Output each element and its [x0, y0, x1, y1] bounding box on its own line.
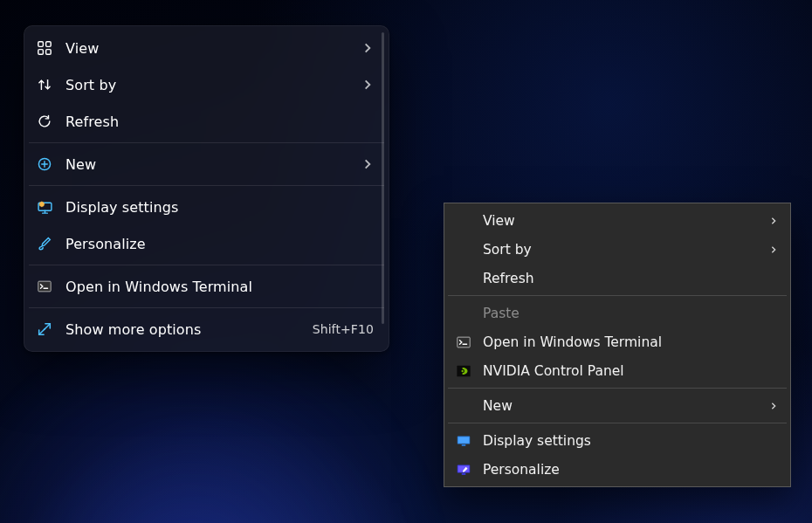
menu-item-label: NVIDIA Control Panel — [483, 363, 778, 379]
spacer-icon — [455, 397, 472, 415]
keyboard-shortcut: Shift+F10 — [313, 322, 374, 336]
menu-item-refresh[interactable]: Refresh — [24, 103, 389, 140]
menu-item-label: Sort by — [483, 242, 759, 258]
chevron-right-icon — [769, 217, 778, 225]
menu-item-label: Show more options — [65, 321, 300, 338]
terminal-icon — [36, 278, 53, 295]
separator — [29, 185, 384, 186]
chevron-right-icon — [361, 158, 374, 170]
svg-rect-1 — [46, 42, 52, 47]
separator — [29, 265, 384, 265]
menu-item-label: New — [483, 398, 759, 414]
spacer-icon — [455, 212, 472, 230]
svg-rect-8 — [458, 337, 470, 348]
menu-item-new[interactable]: New — [24, 146, 389, 182]
monitor-purple-icon — [455, 461, 472, 478]
separator — [448, 423, 787, 423]
chevron-right-icon — [361, 79, 374, 91]
refresh-icon — [36, 113, 53, 130]
menu-item-personalize[interactable]: Personalize — [446, 455, 788, 484]
menu-item-paste: Paste — [446, 299, 788, 327]
menu-item-show-more-options[interactable]: Show more options Shift+F10 — [24, 311, 389, 348]
context-menu-win10: View Sort by Refresh Paste Open in Windo… — [444, 203, 791, 487]
brush-icon — [36, 235, 53, 252]
menu-item-label: New — [65, 156, 349, 173]
menu-item-refresh[interactable]: Refresh — [446, 264, 788, 292]
menu-item-sort-by[interactable]: Sort by — [24, 66, 389, 103]
spacer-icon — [455, 270, 472, 287]
grid-icon — [36, 39, 53, 57]
menu-item-open-terminal[interactable]: Open in Windows Terminal — [446, 327, 788, 356]
svg-rect-0 — [38, 42, 44, 47]
chevron-right-icon — [361, 42, 374, 54]
add-circle-icon — [36, 155, 53, 173]
svg-rect-3 — [46, 50, 52, 55]
chevron-right-icon — [769, 402, 778, 410]
menu-item-nvidia-control-panel[interactable]: NVIDIA Control Panel — [446, 356, 788, 385]
separator — [29, 307, 384, 308]
menu-item-label: Display settings — [483, 433, 778, 449]
menu-item-open-terminal[interactable]: Open in Windows Terminal — [24, 268, 389, 305]
menu-item-display-settings[interactable]: Display settings — [24, 189, 389, 225]
sort-icon — [36, 76, 53, 93]
expand-icon — [36, 320, 53, 338]
svg-point-11 — [461, 369, 463, 371]
svg-rect-7 — [38, 281, 51, 292]
separator — [448, 388, 787, 389]
scrollbar[interactable] — [382, 32, 384, 324]
menu-item-label: Open in Windows Terminal — [65, 279, 374, 295]
menu-item-label: Paste — [483, 306, 778, 321]
menu-item-label: View — [483, 213, 759, 229]
svg-rect-14 — [462, 444, 466, 446]
menu-item-label: Display settings — [65, 199, 374, 216]
monitor-blue-icon — [455, 432, 472, 450]
svg-rect-13 — [458, 437, 470, 443]
menu-item-label: Refresh — [483, 271, 778, 286]
svg-rect-17 — [462, 473, 466, 475]
menu-item-label: Personalize — [483, 462, 778, 478]
menu-item-label: Open in Windows Terminal — [483, 334, 778, 350]
menu-item-personalize[interactable]: Personalize — [24, 225, 389, 262]
menu-item-sort-by[interactable]: Sort by — [446, 235, 788, 264]
display-gear-icon — [36, 198, 53, 216]
menu-item-view[interactable]: View — [24, 30, 389, 66]
menu-item-label: Personalize — [65, 236, 374, 252]
terminal-icon — [455, 334, 472, 351]
nvidia-icon — [455, 362, 472, 380]
menu-item-view[interactable]: View — [446, 206, 788, 235]
context-menu-win11: View Sort by Refresh — [24, 25, 389, 352]
menu-item-new[interactable]: New — [446, 391, 788, 420]
chevron-right-icon — [769, 245, 778, 254]
menu-item-label: Sort by — [65, 77, 349, 93]
menu-item-label: Refresh — [65, 114, 374, 130]
separator — [448, 295, 787, 296]
menu-item-display-settings[interactable]: Display settings — [446, 426, 788, 455]
spacer-icon — [455, 241, 472, 258]
spacer-icon — [455, 305, 472, 322]
separator — [29, 142, 384, 143]
menu-item-label: View — [65, 40, 349, 57]
svg-rect-2 — [38, 50, 44, 55]
